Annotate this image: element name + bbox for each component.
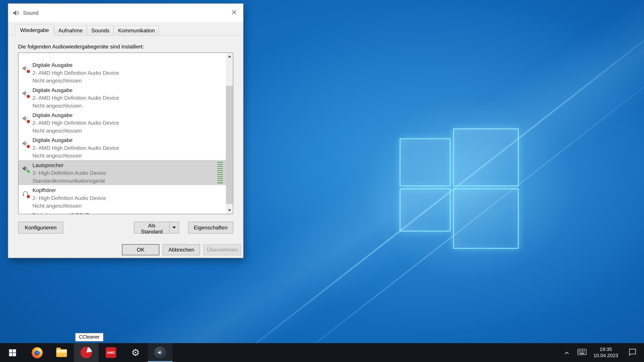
file-explorer-icon [56,349,67,357]
tray-date: 10.04.2023 [594,353,618,359]
device-row[interactable]: Digitale Ausgabe 2- AMD High Definition … [18,60,226,85]
close-button[interactable] [225,4,243,22]
playback-device-list: Nicht angeschlossen Digitale Ausgabe 2- … [18,52,233,214]
tab-wiedergabe[interactable]: Wiedergabe [15,24,54,36]
scroll-down-button[interactable] [226,207,233,214]
disconnected-badge-icon [26,69,30,73]
system-tray: 19:35 10.04.2023 [560,343,644,362]
tray-overflow-button[interactable] [560,343,573,362]
arrow-up-icon [228,55,231,57]
device-hardware: 2- High Definition Audio Device [32,169,106,177]
digital-output-icon [21,140,30,148]
headphones-icon [21,190,30,198]
digital-output-icon [21,90,30,98]
windows-start-icon [9,349,16,356]
tray-clock[interactable]: 19:35 10.04.2023 [591,343,621,362]
touch-keyboard-button[interactable] [574,343,591,362]
device-row[interactable]: Digitale Ausgabe 2- AMD High Definition … [18,110,226,135]
configure-button[interactable]: Konfigurieren [18,222,63,233]
devices-description: Die folgenden Audiowiedergabegeräte sind… [18,43,243,50]
device-row-selected[interactable]: Lautsprecher 2- High Definition Audio De… [18,160,226,185]
screen: Sound Wiedergabe Aufnahme Sounds Kommuni… [0,0,644,362]
chevron-up-icon [564,350,569,356]
device-row[interactable]: Nicht angeschlossen [18,52,226,60]
device-text: Digitalausgang (S/PDIF) [30,210,90,214]
properties-button[interactable]: Eigenschaften [188,222,233,233]
settings-taskbar-button[interactable]: ⚙ [123,343,148,362]
action-center-button[interactable] [621,343,644,362]
device-row[interactable]: Digitale Ausgabe 2- AMD High Definition … [18,135,226,160]
taskbar: AMD ⚙ [0,343,644,362]
scroll-up-button[interactable] [226,53,233,60]
tray-time: 19:35 [600,347,612,353]
device-row[interactable]: Digitalausgang (S/PDIF) [18,210,226,214]
device-hardware: 2- AMD High Definition Audio Device [32,119,119,127]
device-hardware: 2- AMD High Definition Audio Device [32,144,119,152]
device-text: Digitale Ausgabe 2- AMD High Definition … [30,135,119,160]
disconnected-badge-icon [26,119,30,123]
device-name: Digitale Ausgabe [32,111,119,119]
sound-dialog: Sound Wiedergabe Aufnahme Sounds Kommuni… [8,3,244,258]
firefox-taskbar-button[interactable] [25,343,49,362]
sound-dialog-taskbar-button[interactable] [148,343,172,362]
sound-app-icon [154,347,166,359]
device-status: Nicht angeschlossen [32,202,106,210]
scrollbar-thumb[interactable] [226,86,233,204]
disconnected-badge-icon [26,195,30,199]
device-name: Lautsprecher [32,161,106,169]
disconnected-badge-icon [26,144,30,148]
device-name: Digitale Ausgabe [32,136,119,144]
volume-level-meter [217,162,223,184]
keyboard-icon [578,349,586,356]
digital-output-icon [21,65,30,72]
digital-output-icon [21,115,30,123]
chevron-down-icon [172,227,176,229]
device-hardware: 2- AMD High Definition Audio Device [32,69,119,77]
notification-icon [628,348,636,357]
start-button[interactable] [0,343,25,362]
arrow-down-icon [228,209,231,211]
tab-strip: Wiedergabe Aufnahme Sounds Kommunikation [8,22,243,36]
tab-kommunikation[interactable]: Kommunikation [114,25,159,35]
dialog-title: Sound [23,10,38,16]
list-scrollbar[interactable] [226,53,233,214]
tab-aufnahme[interactable]: Aufnahme [54,25,87,35]
logo-pane [400,138,451,186]
amd-taskbar-button[interactable]: AMD [98,343,123,362]
device-name: Digitale Ausgabe [32,61,119,69]
device-status: Nicht angeschlossen [32,102,119,110]
default-device-check-icon [26,169,30,173]
ok-button[interactable]: OK [122,244,159,255]
cancel-button[interactable]: Abbrechen [163,244,200,255]
disconnected-badge-icon [26,94,30,98]
ccleaner-tooltip: CCleaner [75,333,103,341]
firefox-icon [31,347,42,358]
device-text: Digitale Ausgabe 2- AMD High Definition … [30,60,119,85]
set-default-split-button: Als Standard [134,222,179,233]
tab-sounds[interactable]: Sounds [87,25,114,35]
device-status: Nicht angeschlossen [32,77,119,85]
device-text: Digitale Ausgabe 2- AMD High Definition … [30,85,119,110]
device-row[interactable]: Kopfhörer 2- High Definition Audio Devic… [18,185,226,210]
logo-pane [400,188,451,231]
settings-gear-icon: ⚙ [131,348,140,357]
set-default-dropdown-button[interactable] [169,222,179,233]
device-name: Digitale Ausgabe [32,86,119,94]
device-row[interactable]: Digitale Ausgabe 2- AMD High Definition … [18,85,226,110]
speaker-device-icon [21,165,30,173]
apply-button[interactable]: Übernehmen [203,244,241,255]
close-icon [232,10,236,16]
ccleaner-taskbar-button[interactable] [74,343,98,362]
device-status: Standardkommunikationsgerät [32,177,106,185]
device-text: Lautsprecher 2- High Definition Audio De… [30,160,106,185]
file-explorer-taskbar-button[interactable] [49,343,74,362]
device-hardware: 2- High Definition Audio Device [32,194,106,202]
device-status: Nicht angeschlossen [32,127,119,135]
device-hardware: 2- AMD High Definition Audio Device [32,94,119,102]
device-text: Nicht angeschlossen [30,52,82,60]
device-status: Nicht angeschlossen [32,152,119,160]
set-default-button[interactable]: Als Standard [134,222,170,233]
device-text: Digitale Ausgabe 2- AMD High Definition … [30,110,119,135]
dialog-titlebar: Sound [8,4,243,22]
desktop-root: Sound Wiedergabe Aufnahme Sounds Kommuni… [0,0,644,362]
